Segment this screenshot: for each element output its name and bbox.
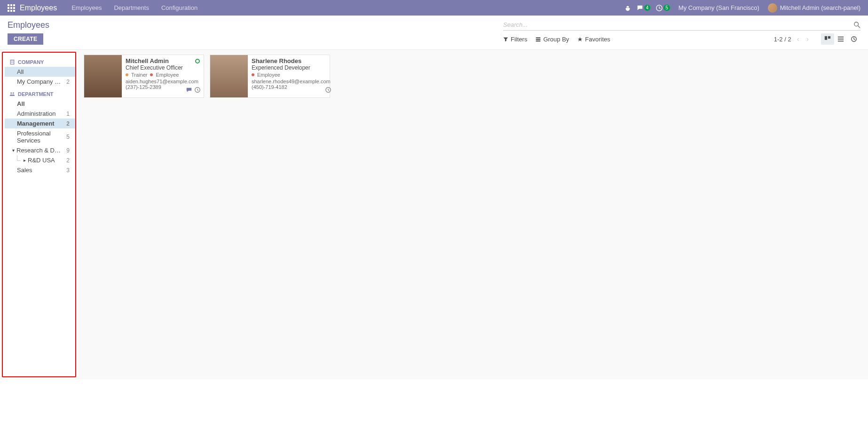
svg-rect-13 <box>536 39 541 40</box>
presence-online-icon <box>195 59 200 64</box>
svg-rect-18 <box>838 39 844 40</box>
action-bar: CREATE Filters Group By Favorites 1-2 / … <box>0 31 868 50</box>
groupby-button[interactable]: Group By <box>536 36 569 43</box>
activities-icon[interactable]: 5 <box>656 5 670 11</box>
caret-down-icon[interactable]: ▾ <box>12 148 15 153</box>
svg-rect-21 <box>10 60 14 64</box>
svg-point-27 <box>13 92 14 94</box>
sidebar-item-count: 2 <box>66 120 72 127</box>
activity-clock-icon[interactable] <box>194 87 201 95</box>
employee-card[interactable]: Sharlene Rhodes Experienced Developer Em… <box>210 55 330 98</box>
department-item-sales[interactable]: Sales 3 <box>5 165 75 175</box>
employee-name: Mitchell Admin <box>126 57 200 64</box>
svg-rect-19 <box>838 41 844 42</box>
user-menu[interactable]: Mitchell Admin (search-panel) <box>768 3 860 13</box>
search-input[interactable] <box>503 19 854 30</box>
tag-label: Employee <box>257 72 280 78</box>
kanban-view-button[interactable] <box>821 33 834 45</box>
employee-email: sharlene.rhodes49@example.com <box>252 79 331 84</box>
employee-name: Sharlene Rhodes <box>252 57 331 64</box>
sidebar-item-label: All <box>17 68 24 75</box>
top-navbar: Employees Employees Departments Configur… <box>0 0 868 16</box>
company-selector[interactable]: My Company (San Francisco) <box>676 4 762 11</box>
company-item-all[interactable]: All <box>5 67 75 77</box>
svg-rect-0 <box>8 4 9 6</box>
svg-rect-22 <box>11 61 12 62</box>
company-item-mycompany[interactable]: My Company (San Fr… 2 <box>5 77 75 87</box>
pager-prev[interactable]: ‹ <box>795 35 801 43</box>
department-section-header: DEPARTMENT <box>5 89 75 99</box>
svg-rect-23 <box>13 61 14 62</box>
sidebar-item-label: All <box>17 100 25 107</box>
sidebar-item-label: Research & Develop… <box>16 147 61 154</box>
svg-rect-15 <box>825 36 827 40</box>
pager-text: 1-2 / 2 <box>774 36 791 43</box>
messaging-icon[interactable]: 4 <box>637 5 651 11</box>
sidebar-item-label: My Company (San Fr… <box>17 78 62 85</box>
sidebar-item-label: Sales <box>17 167 32 174</box>
bug-icon[interactable] <box>624 5 631 11</box>
employee-card[interactable]: Mitchell Admin Chief Executive Officer T… <box>84 55 204 98</box>
nav-link-employees[interactable]: Employees <box>65 4 108 11</box>
department-item-research[interactable]: ▾ Research & Develop… 9 <box>5 145 75 155</box>
user-name-label: Mitchell Admin (search-panel) <box>780 4 860 11</box>
favorites-button[interactable]: Favorites <box>577 36 610 43</box>
department-item-all[interactable]: All <box>5 99 75 109</box>
svg-rect-14 <box>536 40 541 41</box>
page-title: Employees <box>8 20 49 30</box>
search-input-wrap <box>503 19 860 31</box>
department-item-rd-usa[interactable]: ▸ R&D USA 2 <box>5 155 75 165</box>
employee-title: Experienced Developer <box>252 64 331 71</box>
department-item-management[interactable]: Management 2 <box>5 119 75 128</box>
svg-rect-3 <box>8 7 9 9</box>
sidebar-item-count: 1 <box>66 111 72 117</box>
activity-clock-icon[interactable] <box>325 87 331 95</box>
control-bar: Employees <box>0 16 868 31</box>
search-icon[interactable] <box>854 22 860 28</box>
sidebar-item-count: 3 <box>66 167 72 174</box>
caret-right-icon[interactable]: ▸ <box>24 158 26 163</box>
svg-rect-2 <box>13 4 15 6</box>
activity-view-button[interactable] <box>847 33 860 45</box>
employee-phone: (450)-719-4182 <box>252 84 331 90</box>
filters-button[interactable]: Filters <box>503 36 527 43</box>
sidebar-item-label: Management <box>17 120 54 127</box>
avatar-icon <box>768 3 777 13</box>
tag-label: Trainer <box>131 72 147 78</box>
svg-rect-1 <box>10 4 12 6</box>
tag-dot-icon <box>150 73 153 76</box>
nav-link-departments[interactable]: Departments <box>108 4 155 11</box>
company-section-header: COMPANY <box>5 57 75 67</box>
employee-title: Chief Executive Officer <box>126 64 200 71</box>
create-button[interactable]: CREATE <box>8 33 43 45</box>
sidebar-item-count: 9 <box>66 147 72 154</box>
tag-dot-icon <box>252 73 254 76</box>
chat-icon[interactable] <box>186 87 192 95</box>
department-item-professional-services[interactable]: Professional Services 5 <box>5 128 75 145</box>
filters-label: Filters <box>511 36 527 43</box>
department-item-administration[interactable]: Administration 1 <box>5 109 75 119</box>
nav-link-configuration[interactable]: Configuration <box>155 4 204 11</box>
svg-rect-6 <box>8 10 9 12</box>
svg-rect-16 <box>828 36 830 39</box>
apps-icon[interactable] <box>8 4 15 12</box>
kanban-content: Mitchell Admin Chief Executive Officer T… <box>78 50 868 379</box>
employee-email: aiden.hughes71@example.com <box>126 79 200 84</box>
favorites-label: Favorites <box>585 36 610 43</box>
svg-rect-8 <box>13 10 15 12</box>
pager-next[interactable]: › <box>805 35 811 43</box>
employee-photo <box>210 55 248 97</box>
sidebar-item-label: Professional Services <box>17 130 66 144</box>
svg-rect-4 <box>10 7 12 9</box>
svg-point-26 <box>10 92 12 94</box>
sidebar-item-count: 5 <box>66 134 72 140</box>
list-view-button[interactable] <box>834 33 847 45</box>
tag-label: Employee <box>156 72 179 78</box>
messaging-badge: 4 <box>644 5 651 11</box>
app-brand[interactable]: Employees <box>20 4 57 12</box>
svg-rect-17 <box>838 37 844 38</box>
svg-rect-24 <box>11 62 12 63</box>
sidebar-item-count: 2 <box>66 157 72 164</box>
search-panel: COMPANY All My Company (San Fr… 2 DEPART… <box>2 52 76 377</box>
sidebar-item-label: R&D USA <box>28 157 55 164</box>
